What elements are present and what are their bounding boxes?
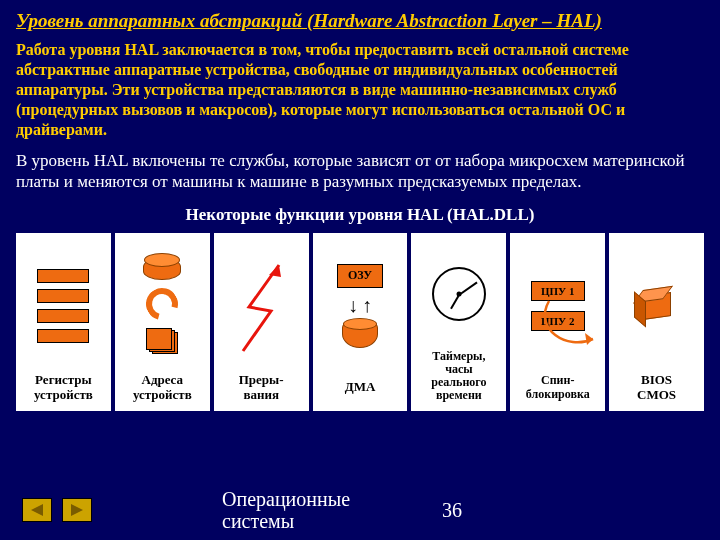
cell-label: Спин- блокировка [526, 373, 590, 403]
cell-label: BIOS CMOS [637, 373, 676, 403]
next-slide-button[interactable] [62, 498, 92, 522]
svg-marker-2 [31, 504, 43, 516]
slide-title: Уровень аппаратных абстракций (Hardware … [0, 0, 720, 36]
slide-footer: Операционные системы 36 [0, 488, 720, 532]
cell-device-addresses: Адреса устройств [115, 233, 210, 411]
cell-label: Адреса устройств [133, 373, 192, 403]
paragraph-intro: Работа уровня HAL заключается в том, что… [0, 36, 720, 146]
prev-slide-button[interactable] [22, 498, 52, 522]
cube-icon [643, 292, 671, 320]
cell-device-registers: Регистры устройств [16, 233, 111, 411]
cell-interrupts: Преры- вания [214, 233, 309, 411]
svg-marker-3 [71, 504, 83, 516]
paragraph-detail: В уровень HAL включены те службы, которы… [0, 146, 720, 199]
cell-dma: ОЗУ ↓↑ ДМА [313, 233, 408, 411]
ram-box: ОЗУ [337, 264, 383, 288]
registers-icon [37, 269, 89, 343]
clock-icon [432, 267, 486, 321]
cell-label: ДМА [345, 373, 376, 403]
cell-label: Преры- вания [239, 373, 284, 403]
dma-icon: ОЗУ ↓↑ [337, 264, 383, 348]
interrupt-zigzag-icon [216, 239, 307, 373]
spinlock-icon: ЦПУ 1 ЦПУ 2 [531, 281, 585, 331]
cell-timers: Таймеры, часы реального времени [411, 233, 506, 411]
cell-label: Регистры устройств [34, 373, 93, 403]
cell-label: Таймеры, часы реального времени [431, 350, 486, 403]
hal-functions-row: Регистры устройств Адреса устройств Прер… [16, 233, 704, 411]
cell-bios-cmos: BIOS CMOS [609, 233, 704, 411]
section-subtitle: Некоторые функции уровня HAL (HAL.DLL) [0, 199, 720, 233]
footer-course-label: Операционные системы [222, 488, 350, 532]
svg-marker-1 [585, 333, 593, 345]
cell-spinlock: ЦПУ 1 ЦПУ 2 Спин- блокировка [510, 233, 605, 411]
svg-marker-0 [269, 265, 281, 277]
addresses-icon [143, 258, 181, 354]
page-number: 36 [442, 499, 462, 522]
